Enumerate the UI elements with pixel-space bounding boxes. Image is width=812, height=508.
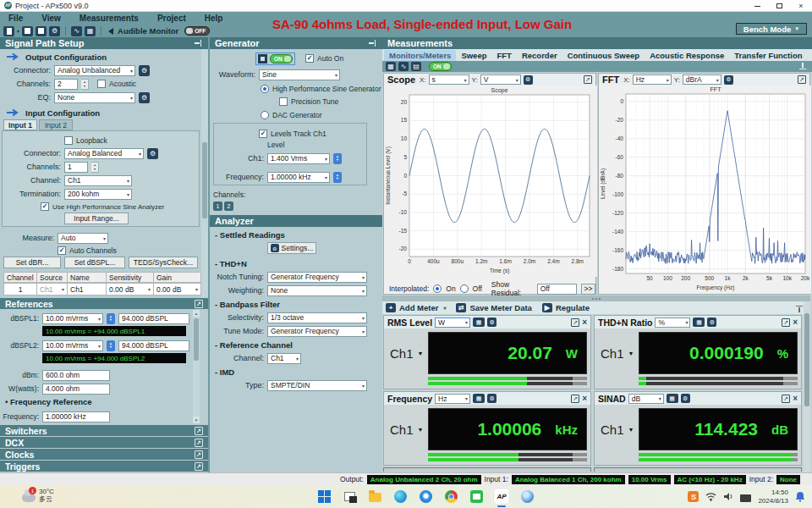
apx500-taskbar-icon[interactable]: AP xyxy=(494,489,509,504)
gain-select[interactable]: 0.00 dB▾ xyxy=(154,283,201,295)
watts-input[interactable]: 4.000 ohm xyxy=(42,384,110,395)
open-project-icon[interactable] xyxy=(22,26,33,36)
references-header[interactable]: References↗ xyxy=(0,298,208,309)
dbspl1-level-select[interactable]: 10.00 mVrms▾ xyxy=(42,313,103,324)
expand-icon[interactable]: ↗ xyxy=(798,75,806,84)
meter-unit-select[interactable]: W▾ xyxy=(435,318,470,328)
settings-icon[interactable]: ⚙ xyxy=(49,26,60,36)
menu-project[interactable]: Project xyxy=(157,14,186,23)
device-tray-icon[interactable] xyxy=(740,494,751,502)
levels-track-checkbox[interactable]: ✓ xyxy=(259,130,267,138)
meter-mode-icon[interactable]: ▦ xyxy=(473,394,485,403)
name-input[interactable]: Ch1 xyxy=(68,283,107,295)
save-meter-data-button[interactable]: Save Meter Data xyxy=(469,303,531,312)
channel-2-button[interactable]: 2 xyxy=(224,202,233,211)
expand-icon[interactable]: ↗ xyxy=(571,395,579,403)
wifi-icon[interactable] xyxy=(705,492,716,501)
monitors-on-toggle[interactable]: ON xyxy=(429,62,452,71)
audible-monitor-toggle[interactable]: OFF xyxy=(184,26,210,36)
meters-scrollbar[interactable] xyxy=(804,301,810,472)
source-select[interactable]: Ch1▾ xyxy=(37,283,68,295)
frequency-ref-input[interactable]: 1.00000 kHz xyxy=(42,411,110,422)
menu-measurements[interactable]: Measurements xyxy=(80,14,139,23)
sensitivity-select[interactable]: 0.00 dB▾ xyxy=(107,283,154,295)
dbm-input[interactable]: 600.0 ohm xyxy=(42,370,110,381)
add-meter-button[interactable]: Add Meter xyxy=(399,303,438,312)
sidebar-item-clocks[interactable]: Clocks↗ xyxy=(0,449,208,460)
chrome-icon[interactable] xyxy=(443,489,458,504)
eq-select[interactable]: None▾ xyxy=(54,92,135,103)
termination-select[interactable]: 200 kohm▾ xyxy=(64,189,132,200)
auto-channels-checkbox[interactable]: ✓ xyxy=(58,246,66,255)
expand-icon[interactable]: ↗ xyxy=(782,395,790,403)
notification-bell-icon[interactable] xyxy=(795,491,805,502)
gear-icon[interactable]: ⚙ xyxy=(487,394,497,403)
weather-widget[interactable]: 1 30°C 多云 xyxy=(22,488,54,503)
loopback-checkbox[interactable] xyxy=(64,136,73,145)
menu-view[interactable]: View xyxy=(41,14,61,23)
imd-type-select[interactable]: SMPTE/DIN▾ xyxy=(267,380,367,391)
tab-input-1[interactable]: Input 1 xyxy=(3,119,37,130)
auto-on-checkbox[interactable]: ✓ xyxy=(305,54,314,63)
generator-stop-button[interactable] xyxy=(258,54,267,64)
gear-icon[interactable]: ⚙ xyxy=(487,318,497,327)
generator-frequency-select[interactable]: 1.00000 kHz▾ xyxy=(267,172,330,183)
input-config-section[interactable]: Input Configuration xyxy=(5,107,100,119)
meter-unit-select[interactable]: Hz▾ xyxy=(435,394,470,404)
maximize-button[interactable] xyxy=(768,0,790,12)
app-icon[interactable] xyxy=(519,489,535,504)
meters-icon[interactable]: ▤ xyxy=(411,62,421,71)
layout-icon[interactable]: ▦ xyxy=(386,62,396,71)
save-project-icon[interactable] xyxy=(36,26,47,36)
pin-panel-icon[interactable] xyxy=(798,63,807,71)
meter-mode-icon[interactable]: ▦ xyxy=(667,394,678,403)
hps-analyzer-checkbox[interactable]: ✓ xyxy=(41,202,49,211)
acoustic-checkbox[interactable] xyxy=(97,80,106,88)
input-channel-select[interactable]: Ch1▾ xyxy=(64,175,132,186)
meter-channel-select[interactable]: Ch1▼ xyxy=(390,422,423,437)
browser-icon[interactable] xyxy=(418,489,433,504)
close-icon[interactable]: × xyxy=(793,395,798,403)
fft-x-unit-select[interactable]: Hz▾ xyxy=(633,75,672,85)
tab-acoustic-response[interactable]: Acoustic Response xyxy=(645,50,729,61)
meter-mode-icon[interactable]: ▦ xyxy=(473,318,485,327)
meter-channel-select[interactable]: Ch1▼ xyxy=(390,346,423,361)
pin-panel-icon[interactable] xyxy=(795,304,804,312)
scope-y-unit-select[interactable]: V▾ xyxy=(480,75,521,85)
gear-icon[interactable]: ⚙ xyxy=(681,394,690,403)
settings-button[interactable]: ⚙ Settings... xyxy=(267,242,316,254)
output-config-section[interactable]: Output Configuration xyxy=(5,51,107,63)
output-connector-select[interactable]: Analog Unbalanced▾ xyxy=(54,65,135,76)
interpolated-on-radio[interactable] xyxy=(433,284,442,293)
start-button[interactable] xyxy=(316,489,332,504)
chevron-down-icon[interactable]: ▾ xyxy=(17,28,19,34)
expand-icon[interactable]: ↗ xyxy=(782,318,790,327)
monitor-sine-icon[interactable]: ∿ xyxy=(71,26,82,36)
tab-recorder[interactable]: Recorder xyxy=(517,50,562,61)
more-button[interactable]: >> xyxy=(581,284,595,295)
dbspl1-stepper[interactable]: ▴▾ xyxy=(107,313,115,324)
expand-icon[interactable]: ↗ xyxy=(571,318,579,327)
tab-fft[interactable]: FFT xyxy=(491,50,516,61)
signal-path-scrollbar[interactable] xyxy=(201,49,208,298)
interpolated-off-radio[interactable] xyxy=(460,284,469,293)
dac-generator-radio[interactable] xyxy=(261,111,269,119)
precision-tune-checkbox[interactable] xyxy=(279,97,288,106)
notch-tuning-select[interactable]: Generator Frequency▾ xyxy=(267,272,367,283)
channel-1-button[interactable]: 1 xyxy=(213,202,222,211)
channels-stepper[interactable]: ▴▾ xyxy=(91,162,99,173)
gear-icon[interactable]: ⚙ xyxy=(524,75,533,85)
meter-channel-select[interactable]: Ch1▼ xyxy=(601,346,634,361)
set-dbr-button[interactable]: Set dBR... xyxy=(3,257,61,268)
chevron-down-icon[interactable]: ▾ xyxy=(443,305,446,311)
pin-panel-icon[interactable] xyxy=(195,39,203,47)
references-scrollbar[interactable]: ▴ ▾ xyxy=(193,310,200,423)
ch1-level-select[interactable]: 1.400 Vrms▾ xyxy=(267,153,330,164)
task-view-button[interactable] xyxy=(342,489,357,504)
channels-stepper[interactable]: ▴▾ xyxy=(81,79,89,90)
clock-widget[interactable]: 14:50 2024/8/13 xyxy=(758,489,788,505)
meter-mode-icon[interactable]: ▦ xyxy=(693,318,705,327)
meter-unit-select[interactable]: dB▾ xyxy=(628,394,664,404)
sidebar-item-dcx[interactable]: DCX↗ xyxy=(0,437,208,448)
splitter-handle[interactable] xyxy=(382,295,810,301)
